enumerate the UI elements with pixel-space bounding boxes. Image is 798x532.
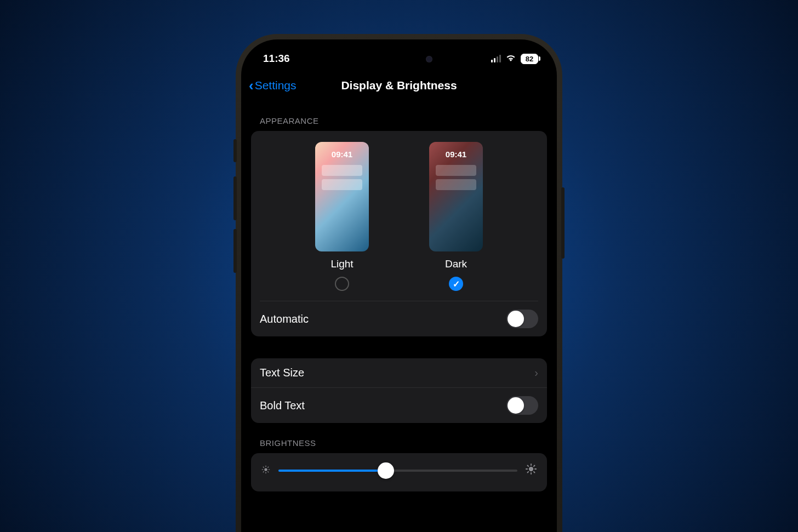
volume-down-button: [233, 229, 237, 273]
status-time: 11:36: [263, 53, 290, 65]
brightness-thumb[interactable]: [378, 462, 394, 479]
battery-indicator: 82: [521, 54, 538, 64]
automatic-label: Automatic: [260, 313, 309, 325]
svg-line-17: [534, 465, 535, 466]
wifi-icon: [505, 54, 516, 64]
appearance-card: 09:41 Light 09:41 Dark: [251, 131, 547, 336]
volume-up-button: [233, 176, 237, 220]
chevron-right-icon: ›: [534, 367, 538, 379]
svg-line-7: [263, 471, 264, 472]
sun-min-icon: [261, 465, 271, 477]
text-size-label: Text Size: [260, 367, 304, 379]
power-button: [561, 187, 565, 259]
preview-time: 09:41: [429, 150, 483, 159]
svg-line-5: [263, 467, 264, 467]
text-size-row[interactable]: Text Size ›: [251, 358, 547, 387]
battery-level: 82: [526, 55, 533, 63]
appearance-option-dark[interactable]: 09:41 Dark: [429, 142, 483, 291]
bold-text-label: Bold Text: [260, 399, 305, 412]
front-camera-icon: [426, 56, 432, 62]
svg-line-6: [268, 471, 269, 472]
automatic-row: Automatic: [251, 301, 547, 336]
preview-time: 09:41: [315, 150, 369, 159]
text-card: Text Size › Bold Text: [251, 358, 547, 423]
dynamic-island: [358, 48, 440, 70]
light-preview-icon: 09:41: [315, 142, 369, 251]
sun-max-icon: [525, 463, 537, 478]
bold-text-toggle[interactable]: [506, 396, 538, 415]
dark-preview-icon: 09:41: [429, 142, 483, 251]
phone-screen: 11:36 82 ‹ Settings: [241, 39, 557, 532]
appearance-header: APPEARANCE: [251, 101, 547, 131]
svg-line-8: [268, 467, 269, 467]
chevron-left-icon: ‹: [249, 78, 254, 93]
svg-line-14: [527, 465, 528, 466]
svg-point-0: [264, 468, 267, 471]
phone-frame: 11:36 82 ‹ Settings: [236, 34, 562, 532]
light-radio[interactable]: [335, 277, 349, 291]
light-label: Light: [330, 258, 353, 270]
svg-line-16: [527, 472, 528, 473]
svg-point-9: [529, 467, 533, 471]
brightness-header: BRIGHTNESS: [251, 423, 547, 453]
dark-radio[interactable]: [449, 277, 463, 291]
brightness-fill: [278, 470, 386, 472]
brightness-slider[interactable]: [278, 470, 517, 472]
bold-text-row: Bold Text: [251, 387, 547, 423]
navigation-bar: ‹ Settings Display & Brightness: [241, 75, 557, 101]
svg-line-15: [534, 472, 535, 473]
automatic-toggle[interactable]: [506, 310, 538, 328]
side-button: [233, 139, 237, 162]
dark-label: Dark: [445, 258, 467, 270]
appearance-option-light[interactable]: 09:41 Light: [315, 142, 369, 291]
back-label: Settings: [255, 79, 297, 92]
cellular-signal-icon: [491, 55, 501, 62]
back-button[interactable]: ‹ Settings: [249, 78, 297, 93]
brightness-card: [251, 453, 547, 491]
